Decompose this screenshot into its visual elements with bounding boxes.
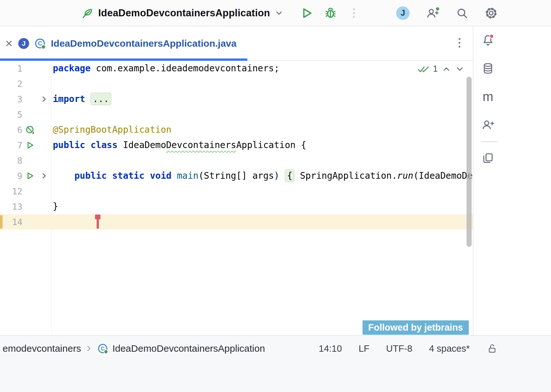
class-icon: C [34,37,46,50]
notifications-bell-icon [481,34,495,47]
line-number: 13 [0,202,22,212]
gutter[interactable]: 5 [0,107,51,122]
fold-toggle-icon[interactable] [38,95,51,104]
run-gutter-icon[interactable] [22,171,38,181]
run-button[interactable] [300,6,314,20]
toolbar-right-group: J [396,6,551,20]
code-token: { [285,169,295,182]
collaborator-caret [97,215,99,229]
breadcrumb-package[interactable]: emodevcontainers [3,343,81,354]
code-text[interactable]: import ... [51,91,473,107]
line-separator[interactable]: LF [359,343,370,354]
code-line[interactable]: 6@SpringBootApplication [0,122,473,137]
file-encoding[interactable]: UTF-8 [386,343,412,354]
line-number: 8 [0,156,22,166]
gutter[interactable]: 9 [0,168,51,184]
add-user-icon [481,118,495,131]
next-problem-icon[interactable] [455,64,465,74]
code-token: public static void [74,170,171,181]
code-token: package [53,63,91,74]
code-line[interactable]: 7public class IdeaDemoDevcontainersAppli… [0,137,473,153]
add-user-button[interactable] [426,6,440,20]
add-user-tool-button[interactable] [481,118,495,132]
gutter[interactable]: 6 [0,122,51,137]
code-line[interactable]: 1package com.example.ideademodevcontaine… [0,61,473,76]
fold-toggle-icon[interactable] [38,171,51,180]
code-token: public class [53,140,117,150]
tab-options-icon[interactable] [456,37,463,50]
inspections-widget[interactable]: 1 [418,64,465,74]
inspections-ok-icon [418,65,429,73]
code-line[interactable]: 12 [0,184,473,199]
code-token: @SpringBootApplication [53,124,172,135]
java-file-badge: J [18,38,29,49]
maven-icon: m [483,90,493,103]
code-text[interactable]: package com.example.ideademodevcontainer… [51,61,473,76]
notifications-button[interactable] [481,33,495,47]
code-text[interactable]: } [51,199,473,214]
gutter[interactable]: 8 [0,153,51,168]
gutter[interactable]: 12 [0,184,51,199]
main-toolbar: IdeaDemoDevcontainersApplication J [0,0,551,26]
code-line[interactable]: 8 [0,153,473,168]
avatar[interactable]: J [396,6,410,20]
code-line[interactable]: 2 [0,76,473,91]
more-actions-icon[interactable] [350,7,358,19]
database-icon [482,62,494,75]
status-widgets: 14:10 LF UTF-8 4 spaces* [319,343,498,354]
line-number: 6 [0,125,22,135]
code-token: (String[] args) [198,170,285,181]
code-text[interactable] [51,214,473,230]
maven-button[interactable]: m [481,90,495,104]
inspections-count: 1 [433,64,438,74]
breadcrumb-class[interactable]: IdeaDemoDevcontainersApplication [112,343,265,354]
code-line[interactable]: 14 [0,214,473,230]
code-line[interactable]: 3import ... [0,91,473,107]
run-gutter-icon[interactable] [22,140,38,150]
line-number: 1 [0,64,22,74]
followed-banner[interactable]: Followed by jetbrains [363,320,469,335]
code-line[interactable]: 5 [0,107,473,122]
settings-gear-icon [484,6,498,20]
database-button[interactable] [481,61,495,75]
gutter[interactable]: 13 [0,199,51,214]
code-text[interactable]: @SpringBootApplication [51,122,473,137]
gutter[interactable]: 3 [0,91,51,107]
code-token: IdeaDemo [117,140,166,150]
status-bar: emodevcontainers C IdeaDemoDevcontainers… [0,335,551,392]
line-number: 5 [0,110,22,120]
debug-button[interactable] [324,6,337,20]
tab-active[interactable]: J C IdeaDemoDevcontainersApplication.jav… [0,26,247,60]
indent-style[interactable]: 4 spaces* [429,343,470,354]
unlocked-icon[interactable] [486,343,498,354]
gutter[interactable]: 2 [0,76,51,91]
caret-position[interactable]: 14:10 [319,343,342,354]
code-text[interactable] [51,76,473,91]
close-tab-icon[interactable] [4,39,13,48]
search-button[interactable] [456,7,468,20]
code-text[interactable] [51,107,473,122]
right-tool-stripe: m [473,26,551,335]
spring-bean-gutter-icon[interactable] [22,125,38,135]
run-configuration-widget[interactable]: IdeaDemoDevcontainersApplication [81,7,283,20]
gutter[interactable]: 7 [0,137,51,153]
code-text[interactable]: public class IdeaDemoDevcontainersApplic… [51,137,473,153]
copy-layers-icon [482,152,494,164]
code-token: (IdeaDemoDevcontainersApplication); } [413,170,473,181]
line-number: 3 [0,94,22,104]
project-name: IdeaDemoDevcontainersApplication [98,7,270,19]
chevron-down-icon [275,9,283,18]
layers-button[interactable] [481,151,495,165]
gutter[interactable]: 14 [0,214,51,230]
code-line[interactable]: 9 public static void main(String[] args)… [0,168,473,184]
code-text[interactable] [51,184,473,199]
code-token: main [177,170,198,181]
settings-button[interactable] [484,6,498,20]
code-text[interactable] [51,153,473,168]
code-editor[interactable]: 1package com.example.ideademodevcontaine… [0,61,473,335]
editor-scrollbar[interactable] [467,77,472,247]
prev-problem-icon[interactable] [442,64,451,74]
code-line[interactable]: 13} [0,199,473,214]
gutter[interactable]: 1 [0,61,51,76]
code-text[interactable]: public static void main(String[] args) {… [51,168,473,184]
